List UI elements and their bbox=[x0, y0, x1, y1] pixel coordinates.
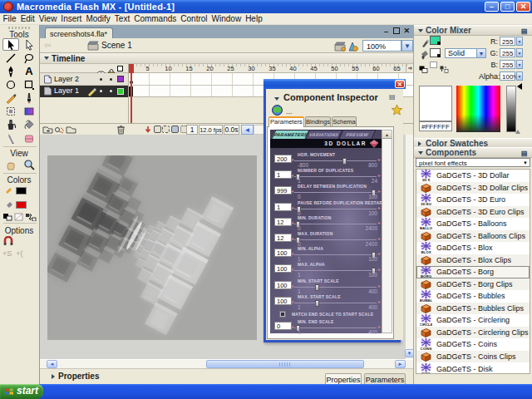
svg-text:3D $: 3D $ bbox=[422, 178, 431, 181]
svg-text:CIRCLE: CIRCLE bbox=[420, 323, 432, 326]
svg-text:BUBBL: BUBBL bbox=[420, 298, 432, 302]
svg-text:3D EU: 3D EU bbox=[421, 202, 431, 205]
svg-text:BLOX: BLOX bbox=[421, 250, 431, 254]
svg-text:COINS: COINS bbox=[421, 347, 432, 350]
svg-text:BALLO: BALLO bbox=[420, 226, 432, 229]
svg-text:DISK: DISK bbox=[421, 371, 431, 374]
svg-text:BORG: BORG bbox=[421, 274, 432, 278]
